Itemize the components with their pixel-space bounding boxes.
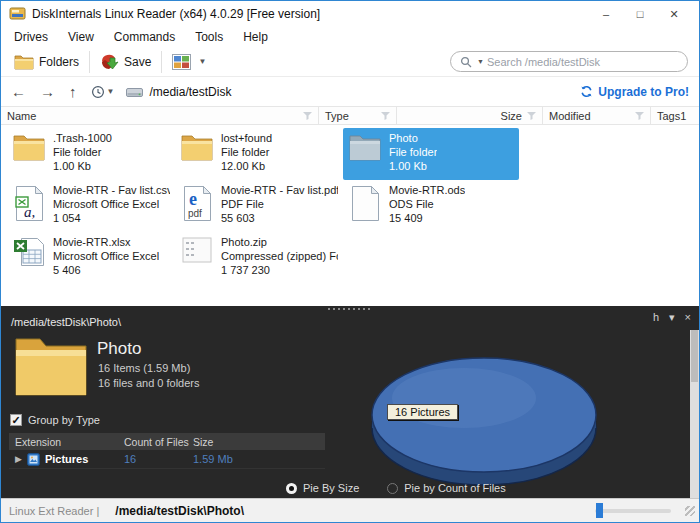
pdf-file-icon: e pdf bbox=[180, 183, 214, 222]
file-name: Movie-RTR - Fav list.csv bbox=[53, 184, 170, 196]
row-count: 16 bbox=[124, 453, 193, 465]
column-tags[interactable]: Tags1 bbox=[651, 107, 699, 124]
column-size[interactable]: Size bbox=[397, 107, 543, 124]
address-path[interactable]: /media/testDisk bbox=[126, 85, 231, 99]
status-reader-label: Linux Ext Reader | bbox=[9, 505, 99, 517]
svg-text:e: e bbox=[189, 189, 197, 209]
minimize-button[interactable]: – bbox=[589, 3, 623, 25]
file-tile-zip[interactable]: Photo.zipCompressed (zipped) Folder1 737… bbox=[175, 232, 343, 284]
file-size: 1 737 230 bbox=[221, 264, 270, 276]
search-box[interactable]: ▼ bbox=[450, 51, 688, 72]
file-tile-trash[interactable]: .Trash-1000File folder1.00 Kb bbox=[7, 128, 175, 180]
file-type: PDF File bbox=[221, 198, 264, 210]
file-tile-pdf[interactable]: e pdf Movie-RTR - Fav list.pdfPDF File55… bbox=[175, 180, 343, 232]
menu-view[interactable]: View bbox=[58, 28, 104, 46]
file-type: File folder bbox=[221, 146, 269, 158]
filter-funnel-icon[interactable] bbox=[381, 112, 390, 120]
preview-contents-summary: 16 files and 0 folders bbox=[98, 377, 200, 389]
column-type[interactable]: Type bbox=[319, 107, 397, 124]
close-button[interactable]: ✕ bbox=[657, 3, 691, 25]
search-input[interactable] bbox=[487, 56, 678, 68]
file-tile-ods[interactable]: Movie-RTR.odsODS File15 409 bbox=[343, 180, 511, 232]
resize-grip[interactable] bbox=[685, 506, 695, 516]
table-row-pictures[interactable]: ▶ Pictures 16 1.59 Mb bbox=[9, 450, 325, 469]
back-arrow-icon[interactable]: ← bbox=[11, 84, 26, 99]
header-count[interactable]: Count of Files bbox=[124, 436, 193, 448]
header-extension[interactable]: Extension bbox=[9, 436, 124, 448]
column-name[interactable]: Name bbox=[1, 107, 319, 124]
column-type-label: Type bbox=[325, 110, 381, 122]
forward-arrow-icon[interactable]: → bbox=[40, 84, 55, 99]
radio-pie-by-count[interactable]: Pie by Count of Files bbox=[387, 482, 506, 494]
refresh-icon bbox=[580, 85, 593, 98]
folders-button[interactable]: Folders bbox=[7, 52, 86, 72]
search-icon bbox=[460, 56, 472, 68]
panel-h-button[interactable]: h bbox=[653, 311, 659, 324]
history-button[interactable]: ▼ bbox=[91, 85, 115, 99]
splitter-handle[interactable] bbox=[328, 308, 372, 310]
file-tile-lostfound[interactable]: lost+foundFile folder12.00 Kb bbox=[175, 128, 343, 180]
column-header-row: Name Type Size Modified Tags1 bbox=[1, 106, 699, 125]
chevron-down-icon: ▼ bbox=[198, 57, 206, 66]
radio-pie-by-count-label: Pie by Count of Files bbox=[404, 482, 506, 494]
menu-commands[interactable]: Commands bbox=[104, 28, 185, 46]
radio-unselected-icon[interactable] bbox=[387, 483, 398, 494]
filter-funnel-icon[interactable] bbox=[303, 112, 312, 120]
filter-funnel-icon[interactable] bbox=[635, 112, 644, 120]
checkbox-checked-icon[interactable]: ✓ bbox=[10, 414, 22, 426]
navigation-bar: ← → ↑ ▼ /media/testDisk Up bbox=[1, 77, 699, 106]
slider-thumb[interactable] bbox=[596, 503, 603, 518]
file-type: File folder bbox=[53, 146, 101, 158]
svg-text:pdf: pdf bbox=[188, 208, 202, 219]
scrollbar-thumb[interactable] bbox=[691, 330, 698, 382]
status-path: /media/testDisk\Photo\ bbox=[115, 504, 244, 518]
file-size: 1.00 Kb bbox=[389, 160, 427, 172]
save-button[interactable]: Save bbox=[93, 51, 158, 72]
preview-panel: h ▾ × /media/testDisk\Photo\ Photo 16 It… bbox=[1, 306, 699, 498]
toolbar-separator bbox=[89, 51, 90, 73]
file-tile-xlsx[interactable]: Movie-RTR.xlsxMicrosoft Office Excel5 40… bbox=[7, 232, 175, 284]
row-extension: Pictures bbox=[45, 453, 88, 465]
icon-size-slider[interactable] bbox=[595, 509, 671, 513]
radio-pie-by-size[interactable]: Pie By Size bbox=[286, 482, 359, 494]
vertical-scrollbar[interactable] bbox=[690, 330, 699, 498]
panel-collapse-icon[interactable]: ▾ bbox=[669, 311, 675, 324]
column-modified-label: Modified bbox=[549, 110, 635, 122]
folder-icon bbox=[348, 131, 382, 161]
upgrade-link[interactable]: Upgrade to Pro! bbox=[580, 85, 689, 99]
file-size: 12.00 Kb bbox=[221, 160, 265, 172]
current-path: /media/testDisk bbox=[149, 85, 231, 99]
menu-drives[interactable]: Drives bbox=[4, 28, 58, 46]
header-size[interactable]: Size bbox=[193, 436, 323, 448]
large-folder-icon bbox=[14, 333, 88, 399]
xlsx-file-icon bbox=[12, 235, 46, 273]
up-arrow-icon[interactable]: ↑ bbox=[69, 84, 77, 99]
ods-file-icon bbox=[348, 183, 382, 222]
radio-selected-icon[interactable] bbox=[286, 483, 297, 494]
folder-icon bbox=[12, 131, 46, 161]
file-size: 55 603 bbox=[221, 212, 255, 224]
expand-arrow-icon[interactable]: ▶ bbox=[15, 454, 22, 464]
column-tags-label: Tags1 bbox=[657, 110, 693, 122]
view-mode-button[interactable]: ▼ bbox=[165, 52, 213, 72]
filter-funnel-icon[interactable] bbox=[527, 112, 536, 120]
menu-tools[interactable]: Tools bbox=[185, 28, 233, 46]
file-type: Compressed (zipped) Folder bbox=[221, 250, 338, 262]
file-name: Movie-RTR - Fav list.pdf bbox=[221, 184, 338, 196]
file-tile-photo-selected[interactable]: PhotoFile folder1.00 Kb bbox=[343, 128, 519, 180]
group-by-type-checkbox[interactable]: ✓ Group by Type bbox=[10, 414, 100, 426]
file-name: Photo.zip bbox=[221, 236, 267, 248]
folders-label: Folders bbox=[39, 55, 79, 69]
preview-folder-title: Photo bbox=[97, 339, 141, 359]
search-scope-caret-icon[interactable]: ▼ bbox=[477, 58, 484, 65]
file-tile-csv[interactable]: a, Movie-RTR - Fav list.csvMicrosoft Off… bbox=[7, 180, 175, 232]
file-name: Photo bbox=[389, 132, 418, 144]
folders-icon bbox=[14, 54, 34, 70]
file-name: .Trash-1000 bbox=[53, 132, 112, 144]
menu-help[interactable]: Help bbox=[233, 28, 278, 46]
chevron-down-icon: ▼ bbox=[107, 87, 115, 96]
maximize-button[interactable]: □ bbox=[623, 3, 657, 25]
column-modified[interactable]: Modified bbox=[543, 107, 651, 124]
panel-close-icon[interactable]: × bbox=[685, 311, 691, 324]
extension-table: Extension Count of Files Size ▶ Pictures… bbox=[9, 433, 325, 469]
